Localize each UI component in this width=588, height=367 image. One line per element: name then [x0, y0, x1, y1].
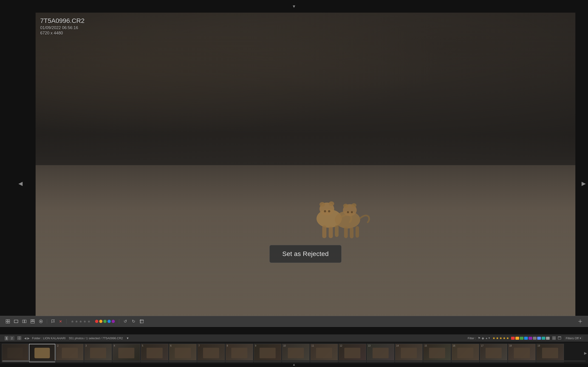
thumb-animal-4: [90, 348, 106, 359]
filter-star-4[interactable]: ★: [503, 336, 506, 340]
svg-rect-28: [33, 319, 35, 321]
compare-view-button[interactable]: [21, 319, 27, 324]
filter-asc-icon[interactable]: ▲▼: [485, 336, 491, 340]
filmstrip-thumb-11[interactable]: 10: [282, 344, 310, 362]
filmstrip-grid-icon[interactable]: [17, 336, 22, 340]
filter-star-1[interactable]: ★: [493, 336, 495, 340]
filter-grid-view[interactable]: [552, 336, 556, 340]
svg-rect-22: [14, 320, 18, 323]
bottom-panel-collapse-arrow[interactable]: ▲: [292, 363, 296, 366]
filmstrip-view-2-button[interactable]: 2: [9, 336, 15, 340]
reject-button[interactable]: ✕: [57, 319, 64, 324]
color-label-red[interactable]: [95, 320, 98, 323]
svg-rect-41: [19, 338, 21, 340]
filmstrip-filter: Filter : ⚑ ◆ ▲▼ ★ ★ ★ ★ ★: [468, 336, 583, 340]
filmstrip-thumb-2[interactable]: [29, 344, 55, 362]
thumb-inner-9: [226, 344, 253, 362]
svg-rect-15: [355, 226, 359, 238]
color-filter-gray2[interactable]: [546, 337, 550, 340]
filmstrip-prev-arrow[interactable]: ◀: [24, 336, 26, 340]
filmstrip-scrollbar[interactable]: [2, 360, 586, 362]
filmstrip-thumb-15[interactable]: 14: [395, 344, 423, 362]
filmstrip-next-arrow[interactable]: ▶: [27, 336, 30, 340]
svg-rect-4: [322, 225, 326, 238]
filmstrip-right-arrow[interactable]: ▶: [584, 351, 587, 355]
thumb-inner-6: [141, 344, 168, 362]
color-filter-teal[interactable]: [542, 337, 545, 340]
next-photo-button[interactable]: ▶: [582, 180, 586, 187]
thumb-num-18: 17: [481, 344, 484, 347]
grid-view-button[interactable]: [5, 319, 11, 324]
thumb-inner-13: [339, 344, 366, 362]
color-label-yellow[interactable]: [99, 320, 103, 323]
filmstrip-thumb-10[interactable]: 9: [254, 344, 281, 362]
filmstrip-thumb-9[interactable]: 8: [225, 344, 253, 362]
thumb-inner-20: [536, 344, 564, 362]
develop-view-button[interactable]: [38, 319, 44, 324]
filmstrip-thumb-12[interactable]: 11: [310, 344, 338, 362]
photo-container: 7T5A0996.CR2 01/09/2022 06:56:16 6720 x …: [36, 13, 575, 318]
svg-rect-5: [329, 227, 333, 238]
filmstrip-header: 1 2 ◀ ▶ Folder : LION KALAHARI 551 photo…: [0, 334, 588, 342]
thumb-animal-9: [231, 348, 248, 359]
filmstrip-thumb-8[interactable]: 7: [197, 344, 225, 362]
flag-pick-button[interactable]: [50, 319, 56, 324]
thumb-animal-12: [316, 348, 332, 359]
color-label-purple[interactable]: [112, 320, 115, 323]
prev-photo-button[interactable]: ◀: [18, 180, 23, 187]
filter-filmstrip-view[interactable]: [557, 336, 562, 340]
color-filter-gray1[interactable]: [533, 337, 536, 340]
rotate-cw-button[interactable]: ↻: [130, 319, 137, 324]
filter-star-3[interactable]: ★: [499, 336, 502, 340]
color-filter-blue2[interactable]: [537, 337, 541, 340]
loupe-view-button[interactable]: [13, 319, 19, 324]
filmstrip-thumb-13[interactable]: 12: [338, 344, 366, 362]
filmstrip-thumb-16[interactable]: 15: [423, 344, 451, 362]
star-5[interactable]: ★: [87, 319, 90, 324]
filmstrip-thumb-14[interactable]: 13: [367, 344, 394, 362]
filmstrip-thumb-19[interactable]: 18: [508, 344, 536, 362]
filmstrip-thumb-7[interactable]: 6: [169, 344, 197, 362]
filmstrip-scrollbar-thumb[interactable]: [2, 360, 30, 362]
filter-filmstrip-svg: [558, 336, 561, 340]
top-panel-collapse-arrow[interactable]: ▼: [292, 4, 296, 9]
filmstrip-thumb-3[interactable]: 2: [56, 344, 84, 362]
color-label-blue[interactable]: [107, 320, 111, 323]
star-3[interactable]: ★: [79, 319, 82, 324]
color-filter-red[interactable]: [511, 337, 515, 340]
filmstrip-thumb-20[interactable]: 19: [536, 344, 564, 362]
thumb-animal-19: [514, 348, 530, 359]
filter-diamond-icon[interactable]: ◆: [482, 336, 484, 340]
filmstrip-thumb-18[interactable]: 17: [480, 344, 507, 362]
color-filter-blue1[interactable]: [524, 337, 528, 340]
tone-adjust-button[interactable]: [577, 319, 583, 324]
filmstrip-thumb-1[interactable]: [2, 344, 28, 362]
star-4[interactable]: ★: [83, 319, 86, 324]
filmstrip-thumb-6[interactable]: 5: [141, 344, 168, 362]
filter-star-5[interactable]: ★: [506, 336, 509, 340]
filmstrip-thumb-17[interactable]: 16: [451, 344, 479, 362]
flag-icon: [51, 319, 55, 323]
crop-button[interactable]: [138, 319, 145, 324]
filmstrip-dropdown-arrow[interactable]: ▼: [126, 336, 129, 340]
color-filter-yellow[interactable]: [515, 337, 519, 340]
filters-off-dropdown[interactable]: Filters Off ▼: [564, 336, 583, 340]
color-label-green[interactable]: [103, 320, 107, 323]
color-filter-purple[interactable]: [528, 337, 532, 340]
star-2[interactable]: ★: [75, 319, 78, 324]
separator-2: [66, 319, 67, 324]
filmstrip-thumb-4[interactable]: 3: [84, 344, 112, 362]
filter-star-2[interactable]: ★: [496, 336, 499, 340]
filmstrip-nav-arrows: ◀ ▶: [24, 336, 30, 340]
star-1[interactable]: ★: [71, 319, 74, 324]
svg-point-17: [351, 211, 353, 213]
filmstrip-view-1-button[interactable]: 1: [5, 336, 9, 340]
color-filter-green[interactable]: [520, 337, 523, 340]
filmstrip-thumb-5[interactable]: 4: [112, 344, 140, 362]
rotate-cw-icon: ↻: [132, 319, 135, 324]
filter-stars: ★ ★ ★ ★ ★: [493, 336, 509, 340]
thumb-num-11: 10: [283, 344, 286, 347]
rotate-ccw-button[interactable]: ↺: [122, 319, 128, 324]
filter-flag-icon[interactable]: ⚑: [478, 336, 481, 340]
survey-view-button[interactable]: [29, 319, 36, 324]
